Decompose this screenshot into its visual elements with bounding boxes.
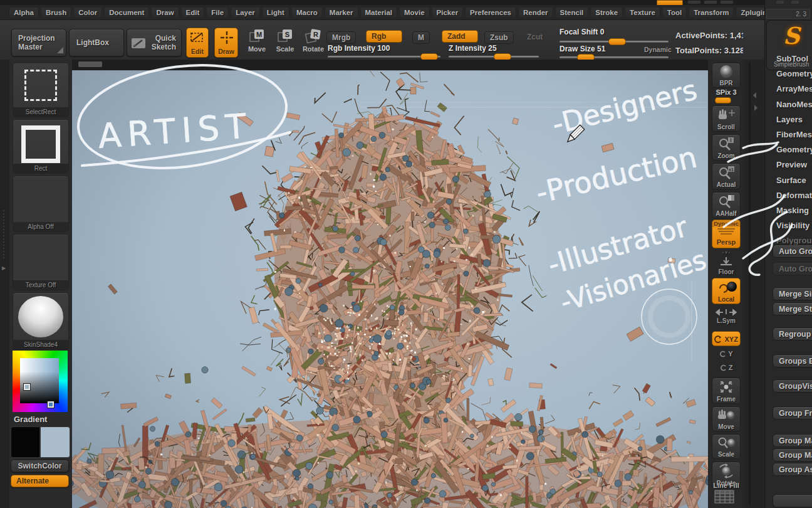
panel-scrollbar[interactable] <box>744 60 764 508</box>
menu-item[interactable]: Marker <box>325 7 358 18</box>
z-intensity-slider[interactable] <box>449 56 539 58</box>
move-mode-button[interactable]: M Move <box>244 29 269 58</box>
m-button[interactable]: M <box>412 31 430 44</box>
menu-item[interactable]: Stencil <box>555 7 589 18</box>
panel-button[interactable]: Group Fron <box>773 406 812 420</box>
menu-item[interactable]: Light <box>262 7 289 18</box>
main-color-swatch[interactable] <box>40 426 70 458</box>
zoom-button[interactable]: Zoom <box>712 134 741 161</box>
panel-section[interactable]: Geometry <box>776 69 812 78</box>
panel-section[interactable]: Preview <box>776 160 807 169</box>
projection-master-button[interactable]: Projection Master <box>11 29 66 56</box>
panel-section[interactable]: SubTool <box>776 54 808 63</box>
menu-item[interactable]: Render <box>518 7 553 18</box>
line-fill-grid-icon[interactable] <box>714 490 734 506</box>
focal-shift-handle[interactable] <box>608 38 626 45</box>
menu-item[interactable]: Picker <box>432 7 464 18</box>
menu-item[interactable]: Edit <box>181 7 205 18</box>
lsym-button[interactable]: L.Sym <box>712 309 741 327</box>
panel-section[interactable]: Deformation <box>776 191 812 200</box>
panel-section[interactable]: Layers <box>776 115 803 124</box>
material-swatch[interactable]: SkinShade4 <box>13 292 69 350</box>
panel-button[interactable]: Group As D <box>773 463 812 476</box>
shelf-move-button[interactable]: Move <box>712 406 741 431</box>
draw-size-slider[interactable] <box>560 56 669 58</box>
menu-item[interactable]: Stroke <box>590 7 623 18</box>
rgb-button[interactable]: Rgb <box>366 30 402 43</box>
document-canvas[interactable] <box>72 70 708 508</box>
scroll-left-arrow-icon[interactable] <box>753 92 756 98</box>
panel-button[interactable] <box>773 494 812 507</box>
hue-cursor[interactable] <box>48 401 54 408</box>
quick-sketch-button[interactable]: Quick Sketch <box>127 29 182 56</box>
stroke-rect-swatch[interactable]: Rect <box>13 119 69 174</box>
zadd-button[interactable]: Zadd <box>442 30 478 43</box>
scale-mode-button[interactable]: S Scale <box>273 29 298 58</box>
color-picker-cursor[interactable] <box>24 384 30 390</box>
lightbox-button[interactable]: LightBox <box>69 29 124 56</box>
menu-item[interactable]: Layer <box>231 7 260 18</box>
alternate-button[interactable]: Alternate <box>11 475 69 487</box>
switch-color-button[interactable]: SwitchColor <box>11 460 69 472</box>
floor-button[interactable]: Floor <box>712 256 741 277</box>
stroke-selectrect-swatch[interactable]: SelectRect <box>13 63 69 117</box>
panel-section[interactable]: FiberMesh <box>776 130 812 139</box>
spix-slider-handle[interactable] <box>715 97 731 103</box>
menu-item[interactable]: Color <box>73 7 102 18</box>
dynamic-toggle[interactable]: Dynamic <box>644 46 672 53</box>
menu-item[interactable]: Alpha <box>9 7 39 18</box>
draw-mode-button[interactable]: Draw <box>214 28 238 58</box>
menu-item[interactable]: Draw <box>151 7 179 18</box>
xyz-button[interactable]: XYZ <box>712 331 741 346</box>
menu-item[interactable]: Movie <box>399 7 430 18</box>
panel-section[interactable]: Visibility <box>776 221 809 230</box>
panel-button[interactable]: Merge Stra <box>773 302 812 315</box>
scroll-button[interactable]: Scroll <box>712 105 741 132</box>
panel-header-value[interactable]: 2. 3 <box>766 9 810 19</box>
zsub-button[interactable]: Zsub <box>484 31 514 44</box>
mrgb-button[interactable]: Mrgb <box>326 31 356 44</box>
panel-button[interactable]: Group Mask <box>773 448 812 462</box>
panel-section[interactable]: Surface <box>776 176 806 185</box>
focal-shift-slider[interactable] <box>560 41 669 43</box>
frame-button[interactable]: Frame <box>712 378 741 404</box>
panel-button[interactable]: Group Mask <box>773 434 812 447</box>
secondary-color-swatch[interactable] <box>11 426 40 458</box>
menu-item[interactable]: Macro <box>291 7 323 18</box>
menu-item[interactable]: Preferences <box>465 7 516 18</box>
panel-button[interactable]: Auto Group <box>773 262 812 275</box>
menu-item[interactable]: Material <box>360 7 397 18</box>
gradient-toggle[interactable]: Gradient <box>14 415 47 424</box>
actual-button[interactable]: x1 Actual <box>712 163 741 189</box>
panel-section[interactable]: ArrayMesh <box>776 84 812 93</box>
menu-item[interactable]: Texture <box>625 7 660 18</box>
rgb-intensity-slider[interactable] <box>328 56 440 58</box>
panel-button[interactable]: Merge Simil <box>773 287 812 300</box>
panel-button[interactable]: Groups By <box>773 354 812 368</box>
panel-button[interactable]: GroupVisible <box>773 379 812 393</box>
alpha-swatch[interactable]: Alpha Off <box>13 176 69 232</box>
rotate-y-button[interactable]: Y <box>712 350 741 362</box>
panel-section[interactable]: Geometry <box>776 145 812 154</box>
persp-button[interactable]: Dynamic Persp <box>712 220 741 248</box>
zcut-button[interactable]: Zcut <box>522 31 548 43</box>
scroll-right-arrow-icon[interactable] <box>754 105 757 111</box>
bpr-button[interactable]: BPR <box>712 63 741 88</box>
panel-section[interactable]: NanoMesh <box>776 100 812 109</box>
edit-mode-button[interactable]: Edit <box>186 28 209 58</box>
aahalf-button[interactable]: AAHalf <box>712 192 741 218</box>
rotate-mode-button[interactable]: R Rotate <box>301 29 326 58</box>
panel-section[interactable]: Masking <box>776 206 809 215</box>
menu-item[interactable]: File <box>206 7 229 18</box>
document-tab-handle[interactable] <box>78 61 102 67</box>
menu-item[interactable]: Tool <box>662 7 687 18</box>
menu-item[interactable]: Document <box>104 7 149 18</box>
menu-item[interactable]: Transform <box>689 7 734 18</box>
color-picker[interactable] <box>13 351 68 412</box>
color-picker-sv-square[interactable] <box>20 358 59 403</box>
gizmo-toggle-icons[interactable]: ▪ ▾ ▪ <box>712 250 741 255</box>
left-edge-divider[interactable]: ▶ <box>0 60 10 508</box>
local-button[interactable]: Local <box>712 278 741 304</box>
texture-swatch[interactable]: Texture Off <box>13 234 69 290</box>
rotate-z-button[interactable]: Z <box>712 364 741 376</box>
